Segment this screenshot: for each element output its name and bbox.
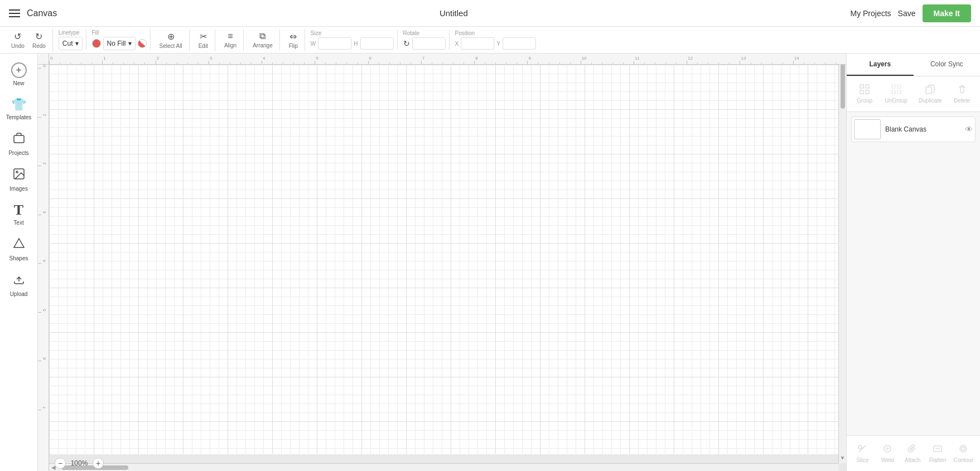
delete-button[interactable]: Delete	[949, 81, 976, 107]
toolbar: ↺ Undo ↻ Redo Linetype Cut ▾ Fill No Fil…	[0, 27, 980, 54]
fill-value: No Fill	[107, 40, 126, 47]
zoom-level: 100%	[68, 459, 90, 467]
flatten-button[interactable]: Flatten	[926, 440, 949, 467]
weld-button[interactable]: Weld	[876, 440, 899, 467]
sidebar-item-templates[interactable]: 👕 Templates	[2, 93, 36, 125]
edit-button[interactable]: ✂ Edit	[195, 29, 211, 51]
align-icon: ≡	[228, 31, 233, 41]
redo-icon: ↻	[35, 31, 42, 42]
arrange-group: ⧉ Arrange	[246, 29, 280, 51]
zoom-out-button[interactable]: −	[55, 458, 66, 469]
text-icon: T	[14, 203, 23, 217]
linetype-dropdown[interactable]: Cut ▾	[59, 37, 83, 50]
rotate-icon: ↻	[403, 39, 410, 48]
sidebar-label-shapes: Shapes	[9, 255, 28, 261]
doc-title[interactable]: Untitled	[440, 8, 468, 18]
sidebar-item-shapes[interactable]: Shapes	[2, 232, 36, 266]
canvas-grid[interactable]	[49, 65, 846, 454]
svg-rect-8	[897, 85, 901, 88]
fill-dropdown[interactable]: No Fill ▾	[103, 37, 136, 50]
select-all-button[interactable]: ⊕ Select All	[156, 29, 186, 51]
panel-actions: Group UnGroup	[847, 76, 980, 112]
linetype-group: Linetype Cut ▾	[55, 30, 86, 50]
slice-label: Slice	[857, 457, 869, 463]
canvas-thumbnail-blank[interactable]: Blank Canvas 👁	[851, 116, 976, 142]
edit-group: ✂ Edit	[192, 29, 215, 51]
visibility-icon[interactable]: 👁	[965, 125, 973, 134]
sidebar-item-projects[interactable]: Projects	[2, 127, 36, 161]
contour-label: Contour	[953, 457, 973, 463]
position-y-input[interactable]	[503, 37, 536, 50]
app-name: Canvas	[27, 8, 57, 18]
attach-button[interactable]: Attach	[901, 440, 924, 467]
my-projects-button[interactable]: My Projects	[850, 9, 891, 18]
projects-icon	[12, 132, 26, 148]
menu-icon[interactable]	[9, 9, 20, 17]
canvas-list: Blank Canvas 👁	[847, 112, 980, 147]
undo-icon: ↺	[14, 31, 21, 42]
flip-icon: ⇔	[289, 31, 297, 42]
horizontal-scrollbar[interactable]: ◀	[49, 463, 838, 471]
size-w-label: W	[311, 41, 316, 47]
ungroup-button[interactable]: UnGroup	[880, 81, 912, 107]
redo-button[interactable]: ↻ Redo	[29, 29, 49, 51]
undo-button[interactable]: ↺ Undo	[8, 29, 28, 51]
fill-color-swatch2[interactable]	[138, 39, 147, 48]
sidebar-item-text[interactable]: T Text	[2, 198, 36, 230]
arrange-button[interactable]: ⧉ Arrange	[249, 29, 276, 51]
header: Canvas Untitled My Projects Save Make It	[0, 0, 980, 27]
linetype-control: Linetype Cut ▾	[59, 30, 83, 50]
save-button[interactable]: Save	[898, 9, 916, 18]
fill-label: Fill	[92, 30, 99, 36]
fill-color-swatch[interactable]	[92, 39, 101, 48]
ungroup-label: UnGroup	[885, 98, 907, 104]
sidebar-item-upload[interactable]: Upload	[2, 268, 36, 302]
canvas-area[interactable]: 01234567891011121314 01234567 ◀ ▲ ▼ − 10…	[38, 54, 846, 471]
header-left: Canvas	[9, 8, 57, 18]
scrollbar-thumb-vertical[interactable]	[841, 64, 845, 109]
slice-icon	[857, 444, 867, 456]
svg-rect-7	[892, 85, 895, 88]
fill-control: Fill No Fill ▾	[92, 30, 147, 50]
svg-point-14	[960, 445, 967, 452]
main-area: + New 👕 Templates Projects	[0, 54, 980, 471]
position-label: Position	[455, 30, 475, 36]
svg-rect-9	[892, 90, 895, 94]
size-label: Size	[311, 30, 321, 36]
edit-label: Edit	[199, 43, 208, 49]
scroll-down-arrow[interactable]: ▼	[840, 455, 846, 461]
tab-color-sync[interactable]: Color Sync	[914, 54, 981, 76]
ruler-vertical: 01234567	[38, 65, 49, 471]
group-button[interactable]: Group	[851, 81, 878, 107]
size-w-input[interactable]	[318, 37, 351, 50]
align-button[interactable]: ≡ Align	[221, 29, 240, 51]
undo-redo-group: ↺ Undo ↻ Redo	[4, 29, 53, 51]
tab-layers[interactable]: Layers	[847, 54, 914, 76]
contour-button[interactable]: Contour	[951, 440, 976, 467]
duplicate-button[interactable]: Duplicate	[914, 81, 947, 107]
slice-button[interactable]: Slice	[851, 440, 874, 467]
zoom-controls: − 100% +	[55, 458, 104, 469]
right-sidebar: Layers Color Sync Group	[846, 54, 980, 471]
flip-button[interactable]: ⇔ Flip	[286, 29, 301, 51]
position-x-input[interactable]	[461, 37, 494, 50]
attach-label: Attach	[905, 457, 920, 463]
images-icon	[12, 167, 26, 183]
position-x-label: X	[455, 41, 459, 47]
attach-icon	[907, 444, 918, 456]
svg-point-2	[16, 171, 18, 173]
sidebar-item-images[interactable]: Images	[2, 163, 36, 196]
duplicate-icon	[925, 84, 935, 96]
fill-group: Fill No Fill ▾	[89, 30, 151, 50]
zoom-in-button[interactable]: +	[93, 458, 104, 469]
rotate-input[interactable]	[412, 37, 446, 50]
sidebar-label-new: New	[13, 80, 24, 86]
select-all-icon: ⊕	[167, 31, 175, 42]
sidebar-item-new[interactable]: + New	[2, 58, 36, 91]
undo-label: Undo	[11, 43, 25, 49]
ruler-corner	[38, 54, 49, 65]
size-h-input[interactable]	[360, 37, 394, 50]
vertical-scrollbar[interactable]: ▲ ▼	[838, 54, 846, 463]
arrange-icon: ⧉	[259, 31, 265, 41]
make-it-button[interactable]: Make It	[923, 4, 971, 22]
